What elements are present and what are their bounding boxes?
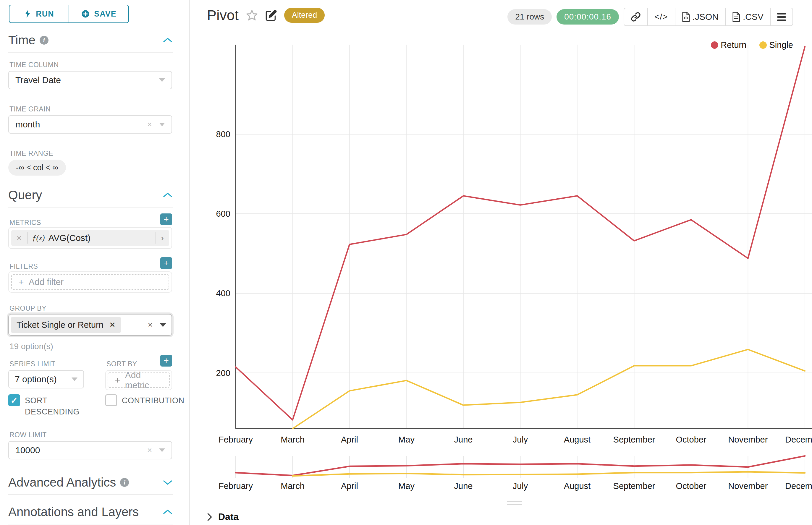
series-limit-label: SERIES LIMIT — [10, 360, 56, 368]
svg-text:July: July — [513, 481, 528, 491]
sort-descending-checkbox[interactable]: ✓ — [8, 394, 20, 406]
query-section-header: Query — [8, 188, 173, 208]
svg-text:November: November — [728, 435, 768, 444]
time-column-value: Travel Date — [15, 75, 61, 85]
svg-text:August: August — [564, 481, 591, 491]
series-limit-select[interactable]: 7 option(s) — [8, 370, 84, 388]
chart-resize-handle[interactable] — [507, 501, 522, 505]
svg-text:400: 400 — [216, 288, 230, 298]
time-grain-label: TIME GRAIN — [10, 105, 50, 113]
series-limit-value: 7 option(s) — [15, 374, 57, 384]
sort-descending-control: ✓ SORT DESCENDING — [8, 394, 91, 417]
svg-text:May: May — [398, 435, 415, 444]
svg-text:October: October — [676, 435, 706, 444]
remove-tag-icon[interactable]: ✕ — [109, 321, 115, 329]
caret-down-icon — [159, 123, 165, 126]
chevron-right-icon — [207, 513, 212, 521]
add-filter-button[interactable]: + — [160, 257, 172, 269]
metric-pill[interactable]: × ƒ(x) AVG(Cost) › — [11, 230, 169, 246]
time-grain-select[interactable]: month × — [8, 115, 172, 134]
time-grain-value: month — [15, 119, 40, 130]
control-panel: RUN SAVE Time i TIME COLUMN Travel Date … — [0, 0, 190, 525]
sort-by-label: SORT BY — [106, 360, 137, 368]
row-limit-select[interactable]: 10000 × — [8, 441, 172, 460]
options-hint: 19 option(s) — [10, 342, 53, 351]
time-column-select[interactable]: Travel Date — [8, 71, 172, 89]
svg-text:March: March — [281, 435, 305, 444]
sort-descending-label: SORT DESCENDING — [25, 394, 91, 417]
chevron-up-icon[interactable] — [163, 509, 173, 515]
time-range-pill[interactable]: -∞ ≤ col < ∞ — [8, 160, 66, 176]
group-by-value: Ticket Single or Return — [17, 320, 103, 330]
svg-text:April: April — [341, 435, 358, 444]
svg-text:June: June — [454, 481, 473, 491]
query-section-title: Query — [8, 188, 42, 202]
run-save-button-group: RUN SAVE — [9, 5, 129, 23]
svg-text:May: May — [398, 481, 415, 491]
chevron-up-icon[interactable] — [163, 37, 173, 43]
metrics-box: × ƒ(x) AVG(Cost) › — [8, 227, 172, 249]
clear-icon[interactable]: × — [147, 446, 152, 455]
advanced-analytics-title: Advanced Analytics — [8, 475, 116, 490]
lightning-icon — [24, 10, 32, 18]
save-button-label: SAVE — [94, 10, 117, 19]
svg-text:August: August — [564, 435, 591, 444]
chevron-down-icon[interactable] — [163, 479, 173, 486]
caret-down-icon — [72, 377, 77, 381]
caret-down-icon — [159, 78, 165, 82]
plus-circle-icon — [81, 10, 90, 18]
data-panel-title: Data — [218, 511, 239, 522]
chart-area: Pivot Altered 21 rows 00:00:00.16 </> .J… — [190, 0, 812, 525]
group-by-select[interactable]: Ticket Single or Return ✕ × — [8, 314, 172, 336]
add-sort-metric-dropzone[interactable]: + Add metric — [108, 373, 170, 388]
add-sort-metric-button[interactable]: + — [160, 355, 172, 366]
add-metric-label: Add metric — [125, 370, 163, 390]
contribution-checkbox[interactable] — [105, 394, 117, 406]
svg-text:September: September — [613, 481, 655, 491]
plus-icon: + — [115, 375, 120, 386]
time-section-title: Time — [8, 33, 35, 47]
info-icon: i — [120, 478, 129, 487]
time-section-header: Time i — [8, 33, 173, 52]
row-limit-label: ROW LIMIT — [10, 431, 47, 439]
time-column-label: TIME COLUMN — [10, 61, 59, 69]
chevron-up-icon[interactable] — [163, 192, 173, 198]
plus-icon: + — [18, 277, 24, 288]
time-range-value: -∞ ≤ col < ∞ — [16, 163, 58, 172]
metrics-label: METRICS — [10, 219, 41, 227]
svg-text:June: June — [454, 435, 473, 444]
add-filter-dropzone[interactable]: + Add filter — [11, 274, 169, 290]
svg-text:September: September — [613, 435, 655, 444]
group-by-label: GROUP BY — [10, 304, 46, 313]
svg-text:800: 800 — [216, 130, 230, 139]
save-button[interactable]: SAVE — [69, 5, 128, 22]
svg-text:600: 600 — [216, 209, 230, 219]
clear-icon[interactable]: × — [148, 320, 152, 330]
fx-icon: ƒ(x) — [32, 234, 45, 242]
svg-text:July: July — [513, 435, 528, 444]
line-chart-canvas[interactable]: 200400600800FebruaryFebruaryMarchMarchAp… — [190, 0, 812, 525]
filters-label: FILTERS — [10, 262, 38, 270]
svg-text:March: March — [281, 481, 305, 491]
contribution-control: CONTRIBUTION — [105, 394, 188, 406]
svg-text:December: December — [785, 481, 812, 491]
svg-text:November: November — [728, 481, 768, 491]
svg-text:February: February — [219, 481, 253, 491]
chevron-right-icon[interactable]: › — [156, 233, 169, 243]
svg-text:200: 200 — [216, 368, 230, 378]
svg-text:February: February — [219, 435, 253, 444]
filters-box: + Add filter — [8, 271, 172, 292]
clear-icon[interactable]: × — [147, 120, 152, 129]
caret-down-icon — [159, 448, 165, 452]
add-metric-button[interactable]: + — [160, 213, 172, 225]
metric-value: AVG(Cost) — [48, 233, 155, 243]
info-icon: i — [40, 36, 48, 45]
svg-text:April: April — [341, 481, 358, 491]
annotations-header: Annotations and Layers — [8, 505, 173, 524]
group-by-tag: Ticket Single or Return ✕ — [11, 317, 121, 333]
annotations-title: Annotations and Layers — [8, 505, 139, 519]
run-button[interactable]: RUN — [10, 5, 69, 22]
remove-metric-icon[interactable]: × — [11, 233, 27, 243]
data-panel-toggle[interactable]: Data — [207, 511, 239, 522]
contribution-label: CONTRIBUTION — [122, 394, 184, 406]
